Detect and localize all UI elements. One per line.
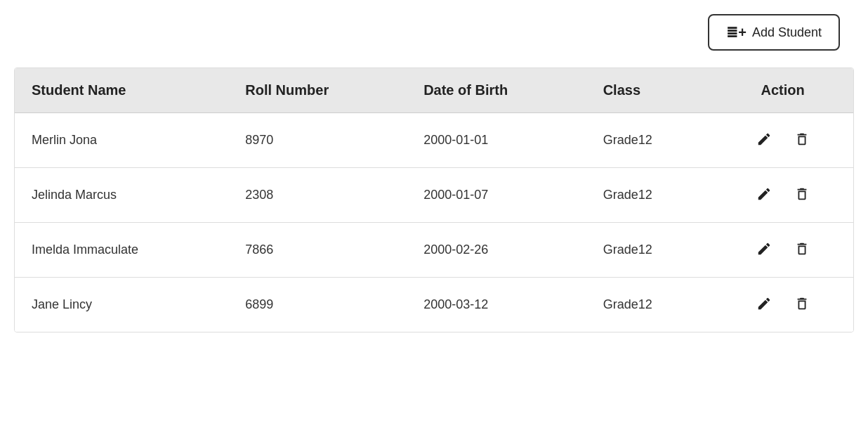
cell-roll-number: 7866: [228, 223, 407, 278]
delete-icon: [794, 131, 810, 149]
table-header: Student Name Roll Number Date of Birth C…: [15, 68, 853, 113]
delete-button[interactable]: [791, 183, 813, 207]
table-row: Jelinda Marcus23082000-01-07Grade12: [15, 168, 853, 223]
cell-dob: 2000-01-01: [407, 113, 586, 168]
cell-student-name: Merlin Jona: [15, 113, 228, 168]
cell-class: Grade12: [586, 168, 713, 223]
table-row: Jane Lincy68992000-03-12Grade12: [15, 278, 853, 332]
col-header-dob: Date of Birth: [407, 68, 586, 113]
delete-button[interactable]: [791, 238, 813, 261]
add-student-button[interactable]: ≣+ Add Student: [708, 14, 840, 51]
cell-roll-number: 8970: [228, 113, 407, 168]
edit-icon: [756, 296, 772, 314]
cell-class: Grade12: [586, 223, 713, 278]
students-table-container: Student Name Roll Number Date of Birth C…: [14, 67, 854, 332]
add-list-icon: ≣+: [726, 24, 747, 41]
edit-button[interactable]: [754, 238, 775, 261]
edit-icon: [756, 241, 772, 259]
cell-action: [712, 223, 853, 278]
cell-action: [712, 113, 853, 168]
cell-action: [712, 278, 853, 332]
cell-action: [712, 168, 853, 223]
cell-roll-number: 6899: [228, 278, 407, 332]
delete-button[interactable]: [791, 293, 813, 316]
cell-dob: 2000-02-26: [407, 223, 586, 278]
edit-button[interactable]: [754, 129, 775, 152]
table-body: Merlin Jona89702000-01-01Grade12 Jelinda…: [15, 113, 853, 332]
action-buttons: [729, 129, 836, 152]
edit-icon: [756, 131, 772, 149]
cell-student-name: Jelinda Marcus: [15, 168, 228, 223]
cell-dob: 2000-01-07: [407, 168, 586, 223]
top-bar: ≣+ Add Student: [14, 14, 854, 51]
delete-icon: [794, 186, 810, 204]
action-buttons: [729, 183, 836, 207]
col-header-class: Class: [586, 68, 713, 113]
cell-student-name: Imelda Immaculate: [15, 223, 228, 278]
cell-dob: 2000-03-12: [407, 278, 586, 332]
action-buttons: [729, 293, 836, 316]
students-table: Student Name Roll Number Date of Birth C…: [15, 68, 853, 332]
delete-icon: [794, 241, 810, 259]
cell-student-name: Jane Lincy: [15, 278, 228, 332]
add-student-label: Add Student: [752, 25, 822, 40]
edit-button[interactable]: [754, 293, 775, 316]
delete-button[interactable]: [791, 129, 813, 152]
delete-icon: [794, 296, 810, 314]
cell-class: Grade12: [586, 278, 713, 332]
table-row: Imelda Immaculate78662000-02-26Grade12: [15, 223, 853, 278]
edit-button[interactable]: [754, 183, 775, 207]
col-header-action: Action: [712, 68, 853, 113]
edit-icon: [756, 186, 772, 204]
cell-roll-number: 2308: [228, 168, 407, 223]
cell-class: Grade12: [586, 113, 713, 168]
header-row: Student Name Roll Number Date of Birth C…: [15, 68, 853, 113]
col-header-student-name: Student Name: [15, 68, 228, 113]
action-buttons: [729, 238, 836, 261]
table-row: Merlin Jona89702000-01-01Grade12: [15, 113, 853, 168]
col-header-roll-number: Roll Number: [228, 68, 407, 113]
